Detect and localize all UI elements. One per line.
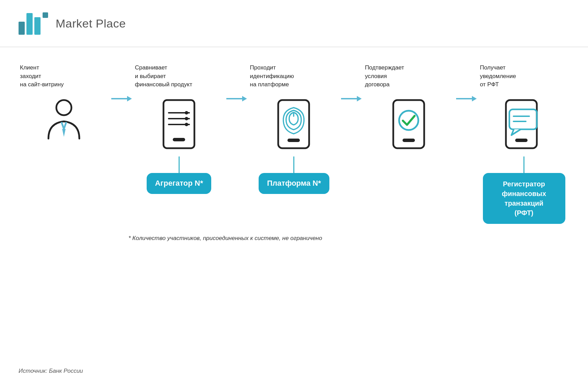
svg-marker-25 bbox=[472, 96, 477, 101]
step-client-label: Клиентзаходитна сайт-витрину bbox=[19, 64, 110, 95]
svg-rect-30 bbox=[515, 139, 528, 142]
arrow-2 bbox=[225, 64, 249, 103]
person-svg bbox=[42, 97, 86, 154]
server-svg bbox=[158, 97, 200, 154]
svg-marker-16 bbox=[242, 96, 247, 101]
aggregator-badge-row: Агрегатор N* bbox=[134, 173, 225, 194]
step-confirm: Подтверждаетусловиядоговора bbox=[363, 64, 454, 177]
arrow-right-svg-4 bbox=[456, 95, 477, 103]
arrow-4 bbox=[454, 64, 478, 103]
step-confirm-label: Подтверждаетусловиядоговора bbox=[363, 64, 454, 95]
confirm-icon bbox=[385, 95, 433, 156]
svg-point-13 bbox=[185, 123, 188, 126]
aggregator-vert-line bbox=[179, 156, 180, 173]
step-rft: Получаетуведомлениеот РФТ bbox=[478, 64, 569, 224]
rft-icon bbox=[497, 95, 552, 156]
client-icon bbox=[40, 95, 88, 156]
rft-badge-row: Регистраторфинансовыхтранзакций(РФТ) bbox=[478, 173, 569, 224]
aggregator-badge: Агрегатор N* bbox=[147, 173, 211, 194]
aggregator-icon bbox=[155, 95, 203, 156]
svg-rect-14 bbox=[173, 138, 185, 141]
svg-point-4 bbox=[56, 100, 71, 115]
arrow-right-svg-2 bbox=[226, 95, 247, 103]
step-platform-label: Проходитидентификациюна платформе bbox=[249, 64, 340, 95]
platform-badge: Платформа N* bbox=[259, 173, 329, 194]
arrow-3 bbox=[339, 64, 363, 103]
rft-vert-line bbox=[523, 156, 524, 173]
svg-rect-23 bbox=[403, 139, 415, 142]
phone-message-svg bbox=[502, 97, 546, 154]
footnote: * Количество участников, присоединенных … bbox=[19, 235, 569, 242]
svg-rect-1 bbox=[26, 13, 33, 35]
source-label: Источник: Банк России bbox=[19, 368, 83, 374]
logo-icon bbox=[19, 10, 49, 37]
logo-bars-svg bbox=[19, 10, 49, 37]
step-aggregator: Сравниваети выбираетфинансовый продукт bbox=[134, 64, 225, 194]
step-platform: Проходитидентификациюна платформе bbox=[249, 64, 340, 194]
step-aggregator-label: Сравниваети выбираетфинансовый продукт bbox=[134, 64, 225, 95]
svg-rect-3 bbox=[43, 12, 48, 18]
svg-rect-2 bbox=[34, 17, 41, 35]
platform-badge-row: Платформа N* bbox=[249, 173, 340, 194]
svg-point-12 bbox=[185, 117, 188, 120]
platform-vert-line bbox=[293, 156, 294, 173]
rft-badge: Регистраторфинансовыхтранзакций(РФТ) bbox=[483, 173, 565, 224]
header: Market Place bbox=[0, 0, 588, 47]
main-content: Клиентзаходитна сайт-витрину bbox=[0, 47, 588, 249]
flow-diagram: Клиентзаходитна сайт-витрину bbox=[19, 64, 569, 224]
phone-check-svg bbox=[389, 97, 429, 154]
svg-marker-6 bbox=[127, 96, 132, 101]
arrow-right-svg-3 bbox=[341, 95, 362, 103]
svg-rect-18 bbox=[287, 139, 300, 142]
phone-fingerprint-svg bbox=[274, 97, 314, 154]
page: Market Place Клиентзаходитна сайт-витрин… bbox=[0, 0, 588, 391]
svg-marker-20 bbox=[357, 96, 362, 101]
step-client: Клиентзаходитна сайт-витрину bbox=[19, 64, 110, 177]
step-rft-label: Получаетуведомлениеот РФТ bbox=[478, 64, 569, 95]
platform-icon bbox=[270, 95, 318, 156]
logo-title: Market Place bbox=[56, 17, 126, 30]
svg-point-11 bbox=[185, 111, 188, 115]
arrow-right-svg-1 bbox=[111, 95, 132, 103]
arrow-1 bbox=[110, 64, 134, 103]
svg-rect-0 bbox=[19, 22, 25, 35]
